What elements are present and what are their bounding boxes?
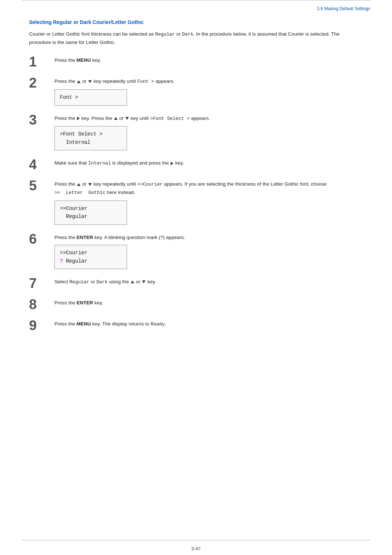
- font-select-code: >Font Select: [150, 116, 184, 121]
- down-arrow-icon-5: [88, 183, 92, 186]
- lcd-line-5-2: Regular: [60, 212, 122, 220]
- step-1-content: Press the MENU key.: [54, 54, 363, 64]
- step-8-text: Press the ENTER key.: [54, 299, 363, 307]
- lcd-display-3: >Font Select > Internal: [54, 126, 127, 150]
- step-8-content: Press the ENTER key.: [54, 297, 363, 307]
- step-6-text: Press the ENTER key. A blinking question…: [54, 234, 363, 242]
- up-arrow-icon: [77, 80, 81, 83]
- code-regular: Regular: [155, 32, 175, 37]
- right-arrow-icon-4: [171, 162, 173, 165]
- intro-text: Courier or Letter Gothic font thickness …: [29, 30, 363, 46]
- lcd-display-5: >>Courier Regular: [54, 200, 127, 225]
- step-4-content: Make sure that Internal is displayed and…: [54, 157, 363, 167]
- bottom-rule: [22, 540, 370, 540]
- step-1: 1 Press the MENU key.: [29, 54, 363, 69]
- step-1-number: 1: [29, 54, 54, 69]
- step-3: 3 Press the key. Press the or key until …: [29, 112, 363, 151]
- enter-key-label-6: ENTER: [77, 235, 93, 240]
- step-7-text: Select Regular or Dark using the or key.: [54, 278, 363, 286]
- up-arrow-icon-3: [114, 117, 118, 120]
- step-3-content: Press the key. Press the or key until >F…: [54, 112, 363, 151]
- menu-key-label: MENU: [77, 57, 91, 63]
- step-9-content: Press the MENU key. The display returns …: [54, 318, 363, 328]
- lcd-line-3-1: >Font Select >: [60, 130, 122, 138]
- step-7-number: 7: [29, 276, 54, 290]
- page-container: 3.6 Making Default Settings Selecting Re…: [0, 0, 392, 555]
- step-5-text: Press the or key repeatedly until >>Cour…: [54, 180, 363, 197]
- dark-code: Dark: [96, 279, 107, 285]
- down-arrow-icon-3: [125, 117, 129, 120]
- step-6-content: Press the ENTER key. A blinking question…: [54, 231, 363, 269]
- code-dark: Dark: [182, 32, 193, 37]
- font-code: Font: [137, 79, 148, 84]
- lcd-display-2: Font >: [54, 89, 127, 105]
- lcd-display-6: >>Courier ? Regular: [54, 245, 127, 269]
- step-6: 6 Press the ENTER key. A blinking questi…: [29, 231, 363, 269]
- step-1-text: Press the MENU key.: [54, 56, 363, 64]
- up-arrow-icon-5: [77, 183, 81, 186]
- step-7: 7 Select Regular or Dark using the or ke…: [29, 276, 363, 290]
- step-7-content: Select Regular or Dark using the or key.: [54, 276, 363, 286]
- step-4-number: 4: [29, 157, 54, 171]
- menu-key-label-9: MENU: [77, 321, 91, 327]
- step-3-number: 3: [29, 112, 54, 127]
- lcd-line-3-2: Internal: [60, 138, 122, 146]
- down-arrow-icon: [88, 80, 92, 83]
- regular-code: Regular: [69, 279, 89, 285]
- right-arrow-icon: [77, 117, 80, 120]
- section-title: Selecting Regular or Dark Courier/Letter…: [29, 19, 363, 25]
- step-5-number: 5: [29, 178, 54, 193]
- lcd-line-6-2: ? Regular: [60, 257, 122, 265]
- step-4-text: Make sure that Internal is displayed and…: [54, 159, 363, 167]
- enter-key-label-8: ENTER: [77, 300, 93, 305]
- step-9: 9 Press the MENU key. The display return…: [29, 318, 363, 332]
- section-header: 3.6 Making Default Settings: [317, 6, 370, 11]
- step-2-text: Press the or key repeatedly until Font >…: [54, 77, 363, 86]
- top-rule: [22, 0, 370, 3]
- step-9-number: 9: [29, 318, 54, 332]
- step-3-text: Press the key. Press the or key until >F…: [54, 114, 363, 123]
- step-5-content: Press the or key repeatedly until >>Cour…: [54, 178, 363, 224]
- down-arrow-icon-7: [142, 280, 146, 283]
- step-2-content: Press the or key repeatedly until Font >…: [54, 75, 363, 105]
- step-5: 5 Press the or key repeatedly until >>Co…: [29, 178, 363, 224]
- page-number: 3-47: [0, 546, 392, 551]
- up-arrow-icon-7: [131, 280, 134, 283]
- step-2-number: 2: [29, 75, 54, 90]
- step-4: 4 Make sure that Internal is displayed a…: [29, 157, 363, 171]
- header-line: 3.6 Making Default Settings: [0, 3, 392, 16]
- letter-gothic-code: >> Letter Gothic: [54, 190, 105, 195]
- step-6-number: 6: [29, 231, 54, 246]
- courier-code: >>Courier: [137, 182, 163, 187]
- step-2: 2 Press the or key repeatedly until Font…: [29, 75, 363, 105]
- internal-code: Internal: [88, 161, 111, 166]
- blink-indicator: ?: [60, 258, 63, 264]
- lcd-line-5-1: >>Courier: [60, 204, 122, 212]
- lcd-line-6-1: >>Courier: [60, 249, 122, 257]
- content-area: Selecting Regular or Dark Courier/Letter…: [0, 16, 392, 361]
- step-8: 8 Press the ENTER key.: [29, 297, 363, 311]
- step-9-text: Press the MENU key. The display returns …: [54, 320, 363, 328]
- step-8-number: 8: [29, 297, 54, 311]
- lcd-line-1: Font >: [60, 94, 78, 100]
- ready-code: Ready: [151, 321, 165, 327]
